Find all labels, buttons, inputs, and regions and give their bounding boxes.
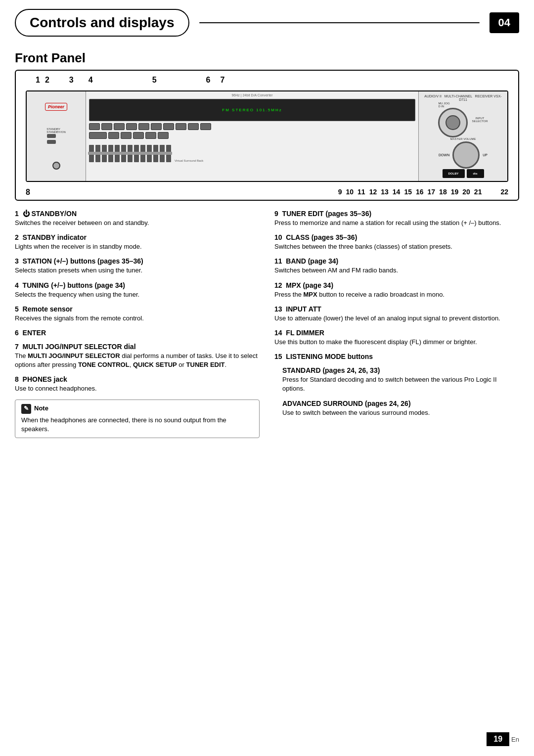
button-1: [89, 123, 100, 130]
slider-5: [115, 145, 120, 162]
item-7: 7 MULTI JOG/INPUT SELECTOR dial The MULT…: [15, 343, 260, 369]
page-header: Controls and displays 04: [0, 0, 534, 42]
callout-num-13: 13: [381, 188, 389, 197]
button-3: [114, 123, 125, 130]
item-2: 2 STANDBY indicator Lights when the rece…: [15, 233, 260, 251]
content-area: 1 ⏻ STANDBY/ON Switches the receiver bet…: [0, 201, 534, 438]
item-11: 11 BAND (page 34) Switches between AM an…: [274, 257, 519, 275]
button-10: [200, 123, 211, 130]
page-footer: 19 En: [487, 732, 519, 746]
phones-jack-icon: [52, 162, 60, 170]
callout-num-14: 14: [393, 188, 400, 197]
slider-3: [102, 145, 107, 162]
slider-8: [134, 145, 139, 162]
chapter-number: 04: [490, 12, 519, 33]
callout-num-16: 16: [416, 188, 424, 197]
button-row-2: [89, 132, 415, 139]
item-13: 13 INPUT ATT Use to attenuate (lower) th…: [274, 305, 519, 323]
slider-12: [160, 145, 165, 162]
callout-num-4: 4: [89, 76, 93, 85]
button-5: [138, 123, 149, 130]
tuner-cut-btn: [89, 132, 107, 139]
callout-num-15: 15: [404, 188, 412, 197]
input-att-btn: [145, 132, 156, 139]
callout-num-19: 19: [451, 188, 459, 197]
callout-num-11: 11: [357, 188, 365, 197]
item-10: 10 CLASS (pages 35–36) Switches between …: [274, 233, 519, 251]
mpx-btn: [133, 132, 144, 139]
note-icon: ✎: [21, 404, 31, 414]
slider-9: [140, 145, 145, 162]
item-4: 4 TUNING (+/–) buttons (page 34) Selects…: [15, 281, 260, 299]
button-6: [151, 123, 162, 130]
item-5: 5 Remote sensor Receives the signals fro…: [15, 305, 260, 323]
dts-badge: dts: [467, 169, 484, 178]
left-column: 1 ⏻ STANDBY/ON Switches the receiver bet…: [15, 210, 260, 438]
button-2: [101, 123, 112, 130]
page-title: Controls and displays: [15, 9, 189, 37]
slider-7: [128, 145, 133, 162]
front-panel-diagram: 1 2 3 4 5 6 7 Pioneer STANDBY STANDBY/ON…: [15, 70, 519, 201]
item-15-standard: STANDARD (pages 24, 26, 33) Press for St…: [282, 366, 519, 393]
slider-6: [121, 145, 126, 162]
receiver-display: FM STEREO 101.5MHz: [89, 99, 415, 121]
band-btn: [121, 132, 132, 139]
button-9: [188, 123, 199, 130]
section-title: Front Panel: [0, 42, 534, 70]
callout-num-3: 3: [69, 76, 74, 85]
callout-num-5: 5: [152, 76, 157, 85]
button-row-1: [89, 123, 415, 130]
callout-num-9: 9: [338, 188, 342, 197]
callout-num-10: 10: [346, 188, 354, 197]
slider-13: [166, 145, 171, 162]
header-divider: [199, 22, 480, 23]
button-7: [163, 123, 174, 130]
callout-num-2: 2: [45, 76, 49, 85]
volume-knob: [452, 141, 480, 169]
callout-top-row: 1 2 3 4 5 6 7: [16, 76, 518, 87]
slider-11: [153, 145, 158, 162]
slider-1: [89, 145, 94, 162]
slider-2: [95, 145, 100, 162]
callout-bottom-row: 8 9 10 11 12 13 14 15 16 17 18 19 20 21 …: [16, 186, 518, 200]
callout-num-7: 7: [220, 76, 224, 85]
callout-num-1: 1: [36, 76, 40, 85]
standby-button: [47, 134, 56, 138]
slider-4: [108, 145, 113, 162]
standby-section: STANDBY STANDBY/ON: [46, 128, 66, 144]
note-box: ✎ Note When the headphones are connected…: [15, 400, 260, 438]
button-4: [126, 123, 137, 130]
callout-num-6: 6: [206, 76, 211, 85]
callout-num-17: 17: [428, 188, 436, 197]
note-label: Note: [34, 404, 48, 413]
callout-num-20: 20: [462, 188, 470, 197]
item-3: 3 STATION (+/–) buttons (pages 35–36) Se…: [15, 257, 260, 275]
callout-num-22: 22: [500, 188, 508, 197]
item-8: 8 PHONES jack Use to connect headphones.: [15, 375, 260, 393]
dolby-badge: DOLBY: [443, 169, 465, 178]
jog-dial: [438, 108, 468, 137]
item-15: 15 LISTENING MODE buttons: [274, 353, 519, 360]
footer-page-number: 19: [487, 732, 509, 746]
callout-num-21: 21: [474, 188, 482, 197]
item-1: 1 ⏻ STANDBY/ON Switches the receiver bet…: [15, 210, 260, 227]
receiver-right-panel: AUDIO/V II MULTI-CHANNEL RECEIVER VSX-D7…: [418, 91, 507, 181]
pioneer-logo: Pioneer: [45, 103, 67, 111]
callout-num-18: 18: [439, 188, 447, 197]
right-column: 9 TUNER EDIT (pages 35–36) Press to memo…: [274, 210, 519, 438]
fl-dimmer-btn: [158, 132, 169, 139]
receiver-illustration: Pioneer STANDBY STANDBY/ON 96Hz | 24bit …: [26, 90, 508, 182]
item-9: 9 TUNER EDIT (pages 35–36) Press to memo…: [274, 210, 519, 227]
receiver-middle-panel: 96Hz | 24bit D/A Converter FM STEREO 101…: [86, 91, 418, 181]
note-body: When the headphones are connected, there…: [21, 416, 253, 434]
item-14: 14 FL DIMMER Use this button to make the…: [274, 329, 519, 347]
receiver-left-panel: Pioneer STANDBY STANDBY/ON: [27, 91, 86, 181]
callout-num-8: 8: [26, 188, 30, 197]
callout-bottom-nums: 9 10 11 12 13 14 15 16 17 18 19 20 21 22: [338, 188, 508, 197]
display-text: FM STEREO 101.5MHz: [222, 108, 282, 112]
class-btn: [108, 132, 119, 139]
item-15-advsurround: ADVANCED SURROUND (pages 24, 26) Use to …: [282, 400, 519, 417]
slider-row: Virtual Surround Back: [89, 141, 415, 163]
item-6: 6 ENTER: [15, 329, 260, 337]
footer-lang: En: [511, 736, 519, 743]
